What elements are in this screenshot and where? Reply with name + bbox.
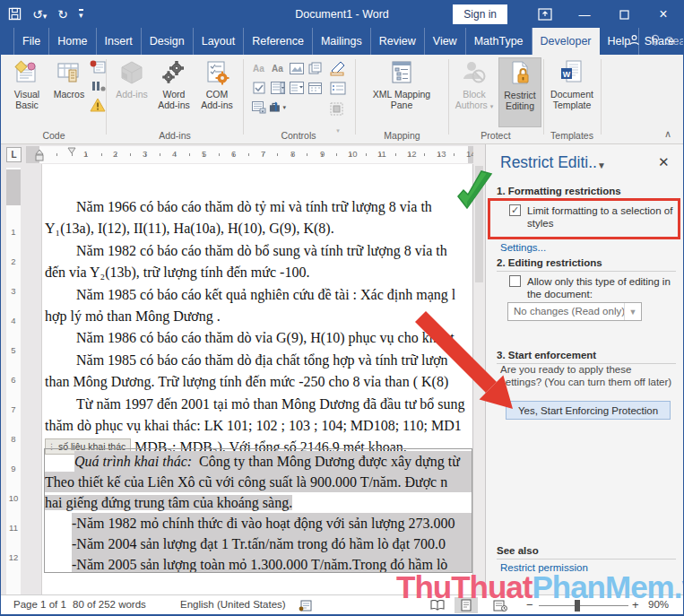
sign-in-button[interactable]: Sign in xyxy=(453,4,507,24)
ruler-number: 13 xyxy=(437,149,446,159)
content-control-box[interactable]: Quá trình khai thác: Công ty than Mông D… xyxy=(44,448,472,573)
allow-editing-label: Allow only this type of editing in the d… xyxy=(527,275,684,300)
picture-control-icon[interactable] xyxy=(288,60,305,76)
maximize-button[interactable] xyxy=(604,1,644,28)
combo-box-control-icon[interactable] xyxy=(269,80,286,96)
document-template-icon: W xyxy=(547,59,597,88)
editing-type-dropdown[interactable]: No changes (Read only) ▼ xyxy=(507,302,642,321)
pause-recording-icon xyxy=(90,80,106,92)
selected-line: Quá trình khai thác: Công ty than Mông D… xyxy=(74,451,472,472)
legacy-tools-icon[interactable]: ▾ xyxy=(269,100,286,116)
first-line-indent-marker[interactable] xyxy=(67,146,76,155)
tab-reference[interactable]: Reference xyxy=(244,28,313,55)
rich-text-control-icon[interactable]: Aa xyxy=(250,60,267,76)
pane-title: Restrict Editi.. xyxy=(500,153,597,172)
ruler-number: 8 xyxy=(6,434,21,444)
minimize-button[interactable]: — xyxy=(565,1,604,28)
group-label-templates: Templates xyxy=(545,130,599,141)
annotation-red-rectangle xyxy=(488,198,680,239)
enforcement-description: Are you ready to apply these settings? (… xyxy=(500,364,672,388)
add-ins-icon xyxy=(114,59,150,88)
document-template-button[interactable]: W Document Template xyxy=(547,57,597,127)
language-indicator[interactable]: English (United States) xyxy=(180,599,286,610)
start-enforcing-button[interactable]: Yes, Start Enforcing Protection xyxy=(506,401,671,420)
ruler-number: 5 xyxy=(6,345,21,355)
macro-recording-status-icon[interactable] xyxy=(299,600,312,613)
ruler-number: 9 xyxy=(6,464,21,473)
repeating-section-control-icon[interactable] xyxy=(250,100,267,116)
page-indicator[interactable]: Page 1 of 1 xyxy=(13,599,66,610)
tab-home[interactable]: Home xyxy=(49,28,96,55)
document-line: Năm 1982 có báo cáo thăm dò bổ sung và t… xyxy=(45,240,473,262)
ruler-number: 11 xyxy=(377,149,386,159)
com-add-ins-label: COM Add-ins xyxy=(201,89,233,110)
restrict-editing-icon xyxy=(499,60,541,89)
visual-basic-button[interactable]: Visual Basic xyxy=(6,57,48,127)
tab-selector[interactable]: L xyxy=(6,147,22,162)
left-indent-marker[interactable] xyxy=(35,148,44,162)
settings-link[interactable]: Settings... xyxy=(500,242,546,253)
record-macro-icon xyxy=(90,60,106,74)
start-enforcement-heading: 3. Start enforcement xyxy=(497,350,676,364)
add-ins-button[interactable]: Add-ins xyxy=(114,57,150,127)
tab-mathtype[interactable]: MathType xyxy=(466,28,532,55)
visual-basic-icon xyxy=(6,59,48,88)
word-count[interactable]: 80 of 252 words xyxy=(73,599,146,610)
macros-button[interactable]: Macros xyxy=(49,57,89,127)
group-label-controls: Controls xyxy=(245,130,352,141)
macro-security-button[interactable] xyxy=(89,98,107,116)
pause-recording-button[interactable] xyxy=(89,80,107,96)
properties-button[interactable] xyxy=(329,82,347,99)
tab-layout[interactable]: Layout xyxy=(194,28,245,55)
tab-design[interactable]: Design xyxy=(142,28,194,55)
vertical-ruler[interactable]: 1 2 3 4 5 6 7 8 9 10 11 12 xyxy=(6,168,21,594)
tab-mailings[interactable]: Mailings xyxy=(313,28,371,55)
ruler-number: 4 xyxy=(6,316,21,325)
ribbon-display-options-icon[interactable] xyxy=(525,1,565,28)
annotation-green-checkmark xyxy=(452,168,495,216)
restrict-editing-button[interactable]: Restrict Editing xyxy=(498,57,541,127)
tab-view[interactable]: View xyxy=(425,28,466,55)
date-picker-control-icon[interactable] xyxy=(307,80,324,96)
pane-options-caret-icon[interactable]: ▼ xyxy=(597,161,606,170)
selected-line: hai giếng đứng trung tâm của khoáng sàng… xyxy=(45,492,472,513)
allow-editing-checkbox[interactable] xyxy=(509,275,521,287)
share-label: Share xyxy=(645,35,674,48)
word-add-ins-button[interactable]: Word Add-ins xyxy=(153,57,195,127)
group-control-icon xyxy=(329,101,347,117)
share-button[interactable]: Share xyxy=(628,28,674,55)
editing-type-value: No changes (Read only) xyxy=(514,306,625,317)
block-authors-button[interactable]: Block Authors ▾ xyxy=(452,57,497,127)
plain-text-control-icon[interactable]: Aa xyxy=(269,60,286,76)
restrict-editing-label: Restrict Editing xyxy=(504,90,536,111)
pane-close-icon[interactable]: ✕ xyxy=(658,154,670,170)
tab-file[interactable]: File xyxy=(13,28,49,55)
record-macro-button[interactable] xyxy=(89,60,107,78)
editing-restrictions-heading: 2. Editing restrictions xyxy=(497,257,676,272)
group-separator xyxy=(355,59,356,134)
tab-insert[interactable]: Insert xyxy=(97,28,142,55)
horizontal-ruler[interactable]: 1 2 3 4 5 6 7 8 9 10 11 12 13 14 xyxy=(26,146,485,163)
zoom-slider-track[interactable] xyxy=(539,605,628,606)
dropdown-list-control-icon[interactable] xyxy=(288,80,305,96)
ruler-number: 12 xyxy=(407,149,417,159)
checkbox-control-icon[interactable] xyxy=(250,80,267,96)
collapse-ribbon-icon[interactable]: ∧ xyxy=(664,128,671,140)
document-line: thăm dò phục vụ khai thác: LK 101; 102 ;… xyxy=(45,415,473,437)
close-button[interactable]: × xyxy=(644,1,683,28)
tab-developer[interactable]: Developer xyxy=(532,28,600,55)
ruler-number: 1 xyxy=(6,227,21,237)
xml-mapping-pane-button[interactable]: XML Mapping Pane xyxy=(363,57,440,127)
ruler-number: 5 xyxy=(202,149,206,159)
selected-line: -Năm 2004 sản lượng đạt 1 Tr.tấn/năm tro… xyxy=(72,534,472,554)
properties-icon xyxy=(330,82,346,95)
document-line: Năm 1966 có báo cáo thăm dò tỷ mỉ và tín… xyxy=(45,196,473,218)
tab-review[interactable]: Review xyxy=(371,28,425,55)
design-mode-button[interactable] xyxy=(329,60,347,80)
building-block-gallery-icon[interactable] xyxy=(307,60,324,76)
com-add-ins-button[interactable]: COM Add-ins xyxy=(196,57,238,127)
macros-label: Macros xyxy=(54,89,84,100)
controls-grid: Aa Aa ▾ xyxy=(250,60,325,119)
group-label-protect: Protect xyxy=(450,130,541,141)
ribbon-developer: Visual Basic Macros Code Add-ins Word Ad… xyxy=(1,55,683,144)
